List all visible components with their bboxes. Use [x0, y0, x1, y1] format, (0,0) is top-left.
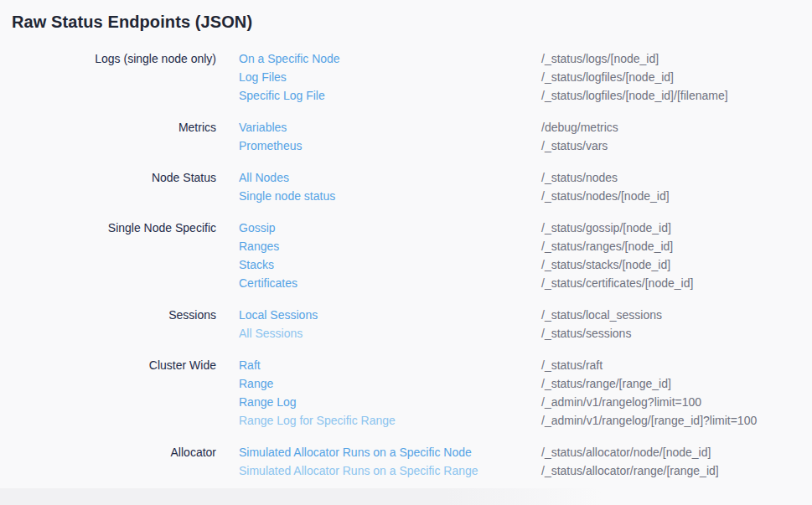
endpoint-row: Simulated Allocator Runs on a Specific N… [239, 443, 812, 461]
group-label: Cluster Wide [0, 356, 216, 374]
endpoint-group: Single Node SpecificGossip/_status/gossi… [0, 219, 812, 292]
endpoint-row: All Sessions/_status/sessions [239, 324, 812, 343]
endpoint-row: Range/_status/range/[range_id] [239, 374, 812, 393]
endpoint-link[interactable]: Range Log for Specific Range [239, 411, 541, 430]
endpoint-path: /_status/gossip/[node_id] [541, 219, 671, 237]
endpoint-path: /debug/metrics [541, 118, 618, 137]
raw-status-endpoints-page: Raw Status Endpoints (JSON) Logs (single… [0, 11, 812, 480]
endpoint-link[interactable]: Variables [239, 118, 541, 137]
endpoint-link[interactable]: Local Sessions [239, 306, 541, 324]
endpoint-path: /_status/nodes [541, 168, 618, 187]
endpoint-row: Gossip/_status/gossip/[node_id] [239, 219, 812, 237]
endpoint-group: Logs (single node only)On a Specific Nod… [0, 49, 812, 105]
endpoint-row: Range Log for Specific Range/_admin/v1/r… [239, 411, 812, 430]
endpoint-path: /_status/allocator/range/[range_id] [541, 461, 719, 480]
endpoint-link[interactable]: Certificates [239, 274, 541, 292]
group-label: Sessions [0, 306, 216, 324]
group-rows: Simulated Allocator Runs on a Specific N… [239, 443, 812, 480]
endpoint-path: /_status/vars [541, 137, 608, 155]
endpoint-link[interactable]: Simulated Allocator Runs on a Specific N… [239, 443, 541, 461]
endpoint-link[interactable]: Gossip [239, 219, 541, 237]
endpoint-path: /_status/nodes/[node_id] [541, 187, 670, 205]
endpoint-link[interactable]: Log Files [239, 68, 541, 86]
endpoint-group: MetricsVariables/debug/metricsPrometheus… [0, 118, 812, 155]
endpoint-group: Node StatusAll Nodes/_status/nodesSingle… [0, 168, 812, 205]
endpoint-link[interactable]: Raft [239, 356, 541, 374]
endpoint-row: Prometheus/_status/vars [239, 137, 812, 155]
page-title: Raw Status Endpoints (JSON) [12, 11, 812, 33]
endpoint-path: /_status/logfiles/[node_id]/[filename] [541, 86, 728, 105]
endpoint-row: Log Files/_status/logfiles/[node_id] [239, 68, 812, 86]
endpoint-link[interactable]: Range [239, 374, 541, 393]
endpoint-link[interactable]: Specific Log File [239, 86, 541, 105]
endpoint-path: /_status/ranges/[node_id] [541, 237, 673, 255]
endpoint-row: Single node status/_status/nodes/[node_i… [239, 187, 812, 205]
endpoint-path: /_status/raft [541, 356, 603, 374]
endpoint-path: /_status/stacks/[node_id] [541, 255, 670, 274]
group-label: Logs (single node only) [0, 49, 216, 68]
endpoint-group: SessionsLocal Sessions/_status/local_ses… [0, 306, 812, 343]
endpoint-row: Certificates/_status/certificates/[node_… [239, 274, 812, 292]
endpoint-row: Raft/_status/raft [239, 356, 812, 374]
endpoint-link[interactable]: All Nodes [239, 168, 541, 187]
endpoint-row: Ranges/_status/ranges/[node_id] [239, 237, 812, 255]
endpoint-path: /_status/range/[range_id] [541, 374, 671, 393]
endpoint-row: Local Sessions/_status/local_sessions [239, 306, 812, 324]
endpoint-row: Stacks/_status/stacks/[node_id] [239, 255, 812, 274]
endpoint-row: Simulated Allocator Runs on a Specific R… [239, 461, 812, 480]
endpoint-link[interactable]: Stacks [239, 255, 541, 274]
endpoint-path: /_status/certificates/[node_id] [541, 274, 693, 292]
endpoint-path: /_status/local_sessions [541, 306, 662, 324]
endpoint-groups: Logs (single node only)On a Specific Nod… [0, 49, 812, 480]
group-rows: Variables/debug/metricsPrometheus/_statu… [239, 118, 812, 155]
endpoint-link[interactable]: All Sessions [239, 324, 541, 343]
endpoint-path: /_status/logs/[node_id] [541, 49, 659, 68]
endpoint-path: /_status/allocator/node/[node_id] [541, 443, 711, 461]
endpoint-row: All Nodes/_status/nodes [239, 168, 812, 187]
footer-band [0, 488, 812, 505]
endpoint-row: Variables/debug/metrics [239, 118, 812, 137]
group-rows: Gossip/_status/gossip/[node_id]Ranges/_s… [239, 219, 812, 292]
endpoint-row: Specific Log File/_status/logfiles/[node… [239, 86, 812, 105]
group-label: Single Node Specific [0, 219, 216, 237]
group-rows: All Nodes/_status/nodesSingle node statu… [239, 168, 812, 205]
endpoint-path: /_status/sessions [541, 324, 631, 343]
group-label: Allocator [0, 443, 216, 461]
endpoint-link[interactable]: Range Log [239, 393, 541, 411]
endpoint-path: /_status/logfiles/[node_id] [541, 68, 674, 86]
group-rows: Local Sessions/_status/local_sessionsAll… [239, 306, 812, 343]
group-label: Metrics [0, 118, 216, 137]
endpoint-link[interactable]: Prometheus [239, 137, 541, 155]
endpoint-link[interactable]: On a Specific Node [239, 49, 541, 68]
endpoint-path: /_admin/v1/rangelog?limit=100 [541, 393, 701, 411]
endpoint-row: On a Specific Node/_status/logs/[node_id… [239, 49, 812, 68]
group-rows: Raft/_status/raftRange/_status/range/[ra… [239, 356, 812, 430]
endpoint-group: Cluster WideRaft/_status/raftRange/_stat… [0, 356, 812, 430]
endpoint-path: /_admin/v1/rangelog/[range_id]?limit=100 [541, 411, 757, 430]
endpoint-link[interactable]: Single node status [239, 187, 541, 205]
endpoint-row: Range Log/_admin/v1/rangelog?limit=100 [239, 393, 812, 411]
group-rows: On a Specific Node/_status/logs/[node_id… [239, 49, 812, 105]
endpoint-group: AllocatorSimulated Allocator Runs on a S… [0, 443, 812, 480]
endpoint-link[interactable]: Simulated Allocator Runs on a Specific R… [239, 461, 541, 480]
endpoint-link[interactable]: Ranges [239, 237, 541, 255]
group-label: Node Status [0, 168, 216, 187]
